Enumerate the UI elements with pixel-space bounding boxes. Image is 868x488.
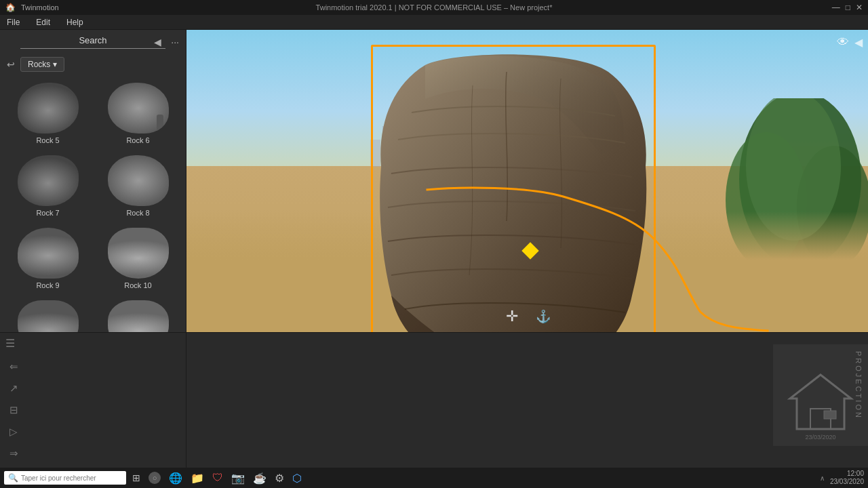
rock-large[interactable]	[371, 45, 656, 332]
viewport[interactable]: ✛ ⚓ 👁 ◀	[186, 30, 868, 332]
svg-point-15	[746, 98, 841, 241]
rock-item-10[interactable]: Rock 10	[94, 224, 182, 293]
minimize-button[interactable]: —	[832, 3, 840, 12]
taskbar-systray: ∧	[820, 474, 825, 482]
title-controls: — □ ✕	[832, 3, 863, 12]
taskbar-shield-icon[interactable]: 🛡	[212, 472, 223, 484]
left-top: Search ◀ ··· ↩ Rocks ▾ Rock 5Rock 6Rock …	[0, 30, 186, 332]
sliders-icon[interactable]: ⊟	[9, 404, 176, 416]
rock-label-7: Rock 7	[36, 209, 59, 217]
titlebar: 🏠 Twinmotion Twinmotion trial 2020.1 | N…	[0, 0, 868, 15]
svg-rect-18	[824, 411, 836, 419]
rock-item-12[interactable]: Rock 12	[94, 296, 182, 332]
taskbar-browser-icon[interactable]: 🌐	[169, 472, 182, 485]
rock-label-5: Rock 5	[36, 136, 59, 144]
content-area: Search ◀ ··· ↩ Rocks ▾ Rock 5Rock 6Rock …	[0, 30, 868, 468]
rock-thumbnail-8	[108, 155, 169, 206]
viewport-controls: 👁 ◀	[837, 35, 863, 49]
rock-thumbnail-10	[108, 228, 169, 279]
taskbar-clock: 12:00 23/03/2020	[830, 470, 864, 486]
maximize-button[interactable]: □	[846, 3, 850, 12]
rock-thumbnail-6	[108, 83, 169, 134]
title-left: 🏠 Twinmotion	[5, 3, 59, 12]
window-title: Twinmotion trial 2020.1 | NOT FOR COMMER…	[316, 3, 553, 12]
below-viewport: PROJECTION 23/03/2020	[186, 332, 868, 468]
taskbar-search-icon: 🔍	[8, 473, 18, 483]
rock-thumbnail-5	[18, 83, 79, 134]
house-icon	[787, 371, 854, 432]
rock-thumbnail-9	[18, 228, 79, 279]
left-bottom: ☰ ⇐↗⊟▷⇒	[0, 332, 186, 468]
taskbar-search-input[interactable]	[21, 474, 116, 482]
app-name: Twinmotion	[21, 3, 59, 12]
rocks-grid: Rock 5Rock 6Rock 7Rock 8Rock 9Rock 10Roc…	[0, 75, 186, 332]
menubar: File Edit Help	[0, 15, 868, 30]
menu-help[interactable]: Help	[64, 16, 86, 28]
taskbar-java-icon[interactable]: ☕	[253, 472, 267, 485]
projection-label: PROJECTION	[854, 351, 863, 426]
back-button[interactable]: ↩	[7, 59, 15, 70]
svg-marker-16	[790, 375, 851, 429]
menu-file[interactable]: File	[4, 16, 22, 28]
projection-date: 23/03/2020	[805, 434, 835, 441]
panel-collapse-button[interactable]: ◀	[154, 37, 161, 47]
projection-widget: PROJECTION 23/03/2020	[773, 344, 868, 446]
taskbar-time: 12:00	[847, 470, 864, 478]
more-options-button[interactable]: ···	[171, 37, 179, 47]
trees-right	[719, 98, 868, 302]
rock-label-9: Rock 9	[36, 281, 59, 289]
taskbar-folder-icon[interactable]: 📁	[191, 472, 204, 485]
taskbar-camera-icon[interactable]: 📷	[231, 472, 245, 485]
taskbar-settings-icon[interactable]: ⚙	[275, 472, 284, 485]
move-tool-button[interactable]: ✛	[502, 306, 522, 327]
win-taskbar: 🔍 ⊞ ○ 🌐 📁 🛡 📷 ☕ ⚙ ⬡ ∧ 12:00 23/03/2020	[0, 468, 868, 488]
viewport-toolbar: ✛ ⚓	[502, 306, 553, 327]
category-row: ↩ Rocks ▾	[0, 54, 186, 75]
rock-label-6: Rock 6	[126, 136, 149, 144]
left-panel: Search ◀ ··· ↩ Rocks ▾ Rock 5Rock 6Rock …	[0, 30, 186, 468]
hamburger-icon[interactable]: ☰	[5, 338, 15, 349]
rock-label-10: Rock 10	[124, 281, 151, 289]
menu-edit[interactable]: Edit	[33, 16, 53, 28]
media-icon[interactable]: ▷	[9, 426, 176, 438]
search-label: Search	[20, 35, 165, 49]
link-tool-button[interactable]: ⚓	[533, 306, 553, 327]
dropdown-arrow-icon: ▾	[53, 60, 57, 69]
taskbar-search[interactable]: 🔍	[4, 471, 126, 485]
graph-icon[interactable]: ↗	[9, 382, 176, 394]
rock-item-7[interactable]: Rock 7	[4, 151, 92, 221]
rock-svg	[371, 45, 656, 332]
rock-thumbnail-11	[18, 300, 79, 332]
rock-item-5[interactable]: Rock 5	[4, 79, 92, 148]
rock-item-8[interactable]: Rock 8	[94, 151, 182, 221]
taskbar-start-icon[interactable]: ⊞	[132, 472, 140, 483]
import-icon[interactable]: ⇐	[9, 361, 176, 373]
viewport-collapse-button[interactable]: ◀	[854, 36, 863, 49]
taskbar-date: 23/03/2020	[830, 478, 864, 486]
rock-thumbnail-7	[18, 155, 79, 206]
rock-item-11[interactable]: Rock 11	[4, 296, 92, 332]
export-icon[interactable]: ⇒	[9, 447, 176, 460]
search-header: Search ◀ ···	[0, 30, 186, 54]
taskbar-app2-icon[interactable]: ⬡	[292, 472, 302, 485]
rock-label-8: Rock 8	[126, 209, 149, 217]
taskbar-right: ∧ 12:00 23/03/2020	[820, 470, 864, 486]
app-icon: 🏠	[5, 3, 16, 12]
left-bottom-icons: ⇐↗⊟▷⇒	[0, 354, 186, 466]
visibility-toggle[interactable]: 👁	[837, 35, 849, 49]
rock-item-6[interactable]: Rock 6	[94, 79, 182, 148]
right-area: ✛ ⚓ 👁 ◀	[186, 30, 868, 468]
taskbar-cortana-icon[interactable]: ○	[149, 472, 161, 484]
category-label: Rocks	[28, 60, 50, 69]
app-container: 🏠 Twinmotion Twinmotion trial 2020.1 | N…	[0, 0, 868, 488]
category-dropdown[interactable]: Rocks ▾	[20, 57, 64, 72]
rock-thumbnail-12	[108, 300, 169, 332]
rock-item-9[interactable]: Rock 9	[4, 224, 92, 293]
close-button[interactable]: ✕	[856, 3, 863, 12]
